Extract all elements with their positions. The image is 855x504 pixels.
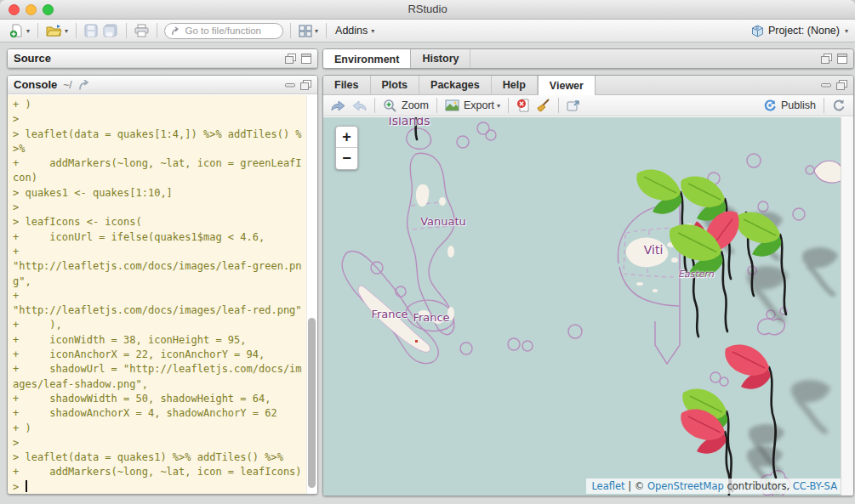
clear-viewer-button[interactable] — [533, 97, 553, 114]
dropdown-caret-icon: ▾ — [845, 27, 848, 35]
forward-arrow-icon — [351, 99, 367, 112]
console-text-cursor — [26, 480, 27, 492]
leaflet-map[interactable]: Islands Vanuatu Viti France France Easte… — [323, 117, 842, 496]
minimize-pane-icon[interactable] — [821, 80, 831, 90]
publish-button[interactable]: Publish — [761, 97, 818, 114]
tab-packages[interactable]: Packages — [419, 76, 492, 94]
back-arrow-icon — [331, 99, 346, 112]
goto-directory-icon[interactable] — [79, 80, 92, 90]
console-scrollbar[interactable] — [306, 95, 317, 494]
console-pane: Console ~/ + ) > > leaflet(data = quakes — [7, 75, 318, 495]
open-file-button[interactable]: ▾ — [43, 22, 71, 39]
popout-window-icon — [567, 99, 580, 111]
tab-viewer[interactable]: Viewer — [538, 76, 596, 95]
addins-menu[interactable]: Addins ▾ — [332, 23, 378, 38]
map-label-islands: Islands — [389, 117, 430, 127]
goto-arrow-icon — [172, 26, 180, 36]
project-menu[interactable]: R Project: (None) ▾ — [751, 25, 848, 37]
save-all-icon — [103, 24, 118, 37]
restore-pane-icon[interactable] — [300, 80, 311, 90]
dropdown-caret-icon: ▾ — [65, 27, 68, 35]
save-button[interactable] — [82, 22, 100, 39]
dropdown-caret-icon: ▾ — [315, 27, 318, 35]
console-working-dir: ~/ — [63, 79, 71, 91]
console-pane-title: Console — [14, 78, 57, 91]
viewer-toolbar: Zoom Export ▾ — [323, 95, 853, 116]
dropdown-caret-icon: ▾ — [26, 27, 30, 35]
remove-viewer-item-button[interactable] — [514, 97, 533, 114]
forward-button[interactable] — [349, 98, 369, 114]
publish-icon — [763, 99, 777, 112]
titlebar: RStudio — [0, 0, 855, 20]
save-icon — [84, 24, 98, 37]
restore-pane-icon[interactable] — [285, 54, 296, 64]
map-attribution: Leaflet | © OpenStreetMap contributors, … — [586, 479, 842, 494]
tab-files[interactable]: Files — [323, 76, 371, 94]
new-file-icon — [9, 24, 24, 38]
rstudio-window: RStudio ▾ ▾ — [0, 0, 855, 504]
zoom-magnifier-icon — [383, 99, 397, 112]
map-label-eastern: Eastern — [678, 269, 714, 280]
minimize-pane-icon[interactable] — [285, 80, 295, 90]
save-all-button[interactable] — [100, 22, 121, 39]
source-pane-title: Source — [14, 52, 51, 65]
map-label-france-1: France — [371, 308, 408, 320]
map-label-france-2: France — [413, 311, 449, 324]
license-link[interactable]: CC-BY-SA — [793, 480, 837, 492]
new-file-button[interactable]: ▾ — [7, 22, 32, 40]
main-toolbar: ▾ ▾ — [0, 20, 855, 42]
grid-panes-icon — [299, 25, 312, 37]
restore-pane-icon[interactable] — [836, 80, 847, 90]
dropdown-caret-icon: ▾ — [371, 27, 374, 35]
export-button[interactable]: Export ▾ — [442, 98, 503, 113]
maximize-pane-icon[interactable] — [301, 54, 311, 64]
print-icon — [134, 24, 149, 37]
console-output: + ) > > leaflet(data = quakes[1:4,]) %>%… — [8, 95, 302, 495]
print-button[interactable] — [132, 22, 151, 39]
dropdown-caret-icon: ▾ — [497, 102, 500, 110]
open-in-new-window-button[interactable] — [564, 98, 583, 113]
leaflet-link[interactable]: Leaflet — [591, 480, 624, 492]
svg-text:R: R — [755, 25, 759, 31]
pane-layout-button[interactable]: ▾ — [296, 23, 321, 39]
window-title: RStudio — [0, 3, 855, 15]
goto-file-search[interactable] — [164, 23, 283, 39]
map-zoom-control: + − — [335, 126, 358, 170]
zoom-out-button[interactable]: − — [336, 148, 357, 169]
source-pane: Source — [7, 48, 318, 69]
map-label-vanuatu: Vanuatu — [420, 215, 466, 228]
viewer-scrollbar[interactable] — [841, 117, 853, 496]
map-canvas — [323, 117, 842, 496]
goto-file-input[interactable] — [185, 25, 276, 36]
tab-environment[interactable]: Environment — [323, 49, 411, 69]
tab-history[interactable]: History — [411, 49, 470, 68]
remove-x-icon — [516, 99, 531, 112]
restore-pane-icon[interactable] — [821, 54, 832, 64]
broom-icon — [536, 99, 550, 112]
viewer-content: Islands Vanuatu Viti France France Easte… — [323, 117, 853, 496]
viewer-pane: Files Plots Packages Help Viewer — [322, 75, 854, 496]
project-cube-icon: R — [751, 25, 764, 37]
console-output-area[interactable]: + ) > > leaflet(data = quakes[1:4,]) %>%… — [8, 95, 317, 494]
workspace: Source Console ~/ — [0, 43, 855, 504]
zoom-in-button[interactable]: + — [336, 127, 357, 148]
tab-plots[interactable]: Plots — [371, 76, 420, 94]
tab-help[interactable]: Help — [492, 76, 538, 94]
environment-pane: Environment History — [322, 48, 854, 69]
back-button[interactable] — [328, 98, 349, 114]
refresh-icon — [832, 99, 846, 112]
export-image-icon — [445, 99, 459, 111]
zoom-button[interactable]: Zoom — [380, 97, 431, 114]
map-label-viti: Viti — [644, 243, 664, 257]
maximize-pane-icon[interactable] — [837, 54, 847, 64]
console-scrollbar-thumb[interactable] — [308, 318, 316, 488]
open-folder-icon — [46, 24, 62, 37]
openstreetmap-link[interactable]: OpenStreetMap — [647, 480, 724, 492]
refresh-button[interactable] — [829, 97, 848, 114]
